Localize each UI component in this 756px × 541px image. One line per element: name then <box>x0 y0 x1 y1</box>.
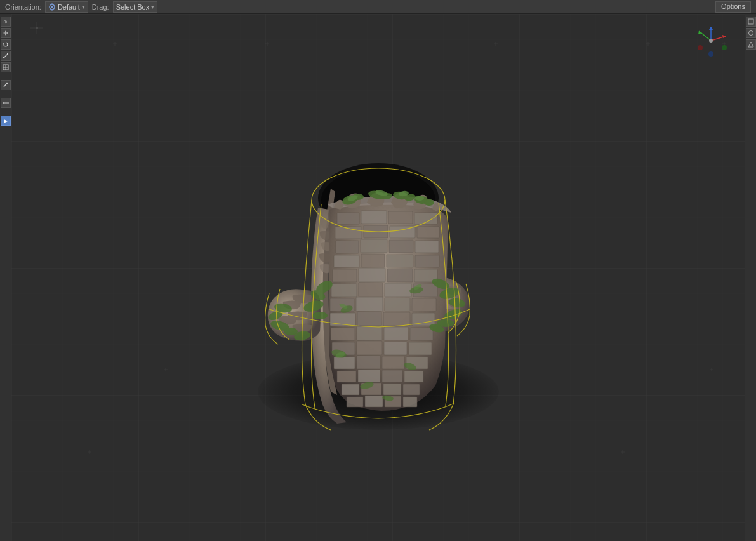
svg-rect-88 <box>404 371 423 382</box>
svg-point-108 <box>415 196 424 201</box>
svg-rect-57 <box>333 269 357 282</box>
orientation-dropdown[interactable]: Default <box>45 1 88 13</box>
svg-rect-50 <box>361 239 387 253</box>
svg-rect-6 <box>7 53 8 55</box>
drag-label: Drag: <box>92 3 109 11</box>
svg-rect-91 <box>383 384 401 395</box>
scale-tool-button[interactable] <box>1 51 11 61</box>
svg-rect-63 <box>385 283 411 297</box>
svg-marker-135 <box>722 35 726 38</box>
svg-marker-139 <box>709 27 713 30</box>
orientation-value: Default <box>58 3 80 11</box>
svg-rect-73 <box>331 328 355 340</box>
measure-tool-button[interactable] <box>1 98 11 108</box>
svg-rect-81 <box>334 357 355 369</box>
svg-rect-66 <box>356 297 383 311</box>
svg-rect-76 <box>410 328 433 340</box>
svg-rect-80 <box>409 342 432 355</box>
svg-point-12 <box>6 83 7 84</box>
svg-rect-48 <box>417 227 439 238</box>
svg-marker-4 <box>3 43 4 44</box>
svg-rect-70 <box>357 312 381 326</box>
active-tool-button[interactable]: ▶ <box>1 116 11 126</box>
svg-rect-75 <box>384 327 408 340</box>
svg-rect-93 <box>347 397 363 407</box>
svg-rect-55 <box>387 255 413 267</box>
svg-rect-85 <box>337 371 356 382</box>
view-option-2-button[interactable] <box>746 28 756 38</box>
svg-rect-78 <box>357 341 382 355</box>
svg-rect-82 <box>357 356 380 369</box>
svg-rect-49 <box>336 241 359 253</box>
svg-rect-96 <box>403 397 417 407</box>
transform-tool-button[interactable] <box>1 62 11 72</box>
orientation-icon <box>48 3 56 11</box>
svg-rect-16 <box>748 19 753 24</box>
svg-rect-7 <box>3 57 4 58</box>
svg-rect-51 <box>389 240 413 253</box>
svg-point-17 <box>748 31 753 36</box>
svg-rect-92 <box>403 384 420 395</box>
select-box-value: Select Box <box>116 3 150 11</box>
right-sidebar <box>745 14 756 541</box>
svg-rect-53 <box>334 255 359 267</box>
svg-rect-62 <box>359 283 383 297</box>
view-option-3-button[interactable] <box>746 39 756 50</box>
svg-marker-18 <box>748 42 753 47</box>
svg-rect-74 <box>357 326 382 340</box>
move-tool-button[interactable] <box>1 28 11 38</box>
3d-object-container <box>201 74 556 455</box>
annotate-tool-button[interactable] <box>1 80 11 90</box>
svg-rect-89 <box>342 384 359 395</box>
svg-point-112 <box>312 312 328 319</box>
svg-rect-54 <box>361 254 385 267</box>
svg-rect-83 <box>382 356 404 369</box>
stone-tower-object <box>220 106 537 436</box>
svg-rect-59 <box>387 269 413 282</box>
svg-rect-42 <box>361 211 387 224</box>
top-toolbar: Orientation: Default Drag: Select Box Op… <box>0 0 756 14</box>
left-sidebar: ⊕ <box>0 14 11 541</box>
svg-point-142 <box>722 45 727 50</box>
svg-point-1 <box>51 6 53 8</box>
svg-rect-67 <box>385 298 410 311</box>
cursor-tool-button[interactable]: ⊕ <box>1 17 11 27</box>
svg-rect-86 <box>358 370 380 382</box>
orientation-label: Orientation: <box>5 3 41 11</box>
svg-rect-43 <box>388 211 413 224</box>
axis-indicator <box>694 23 729 58</box>
select-box-dropdown[interactable]: Select Box <box>113 1 158 13</box>
svg-rect-58 <box>359 268 385 282</box>
viewport-info <box>30 22 43 36</box>
svg-rect-87 <box>382 370 402 382</box>
options-button[interactable]: Options <box>715 1 751 13</box>
svg-point-146 <box>36 27 38 29</box>
svg-point-143 <box>708 51 713 57</box>
svg-rect-41 <box>337 213 359 224</box>
svg-point-140 <box>709 39 713 43</box>
svg-rect-52 <box>415 241 439 253</box>
rotate-tool-button[interactable] <box>1 39 11 50</box>
svg-point-141 <box>698 45 703 50</box>
svg-rect-79 <box>384 342 407 355</box>
svg-rect-56 <box>415 255 439 267</box>
svg-rect-94 <box>365 396 383 407</box>
svg-rect-68 <box>412 298 436 311</box>
viewport[interactable] <box>11 14 745 541</box>
svg-rect-71 <box>383 312 410 326</box>
view-option-1-button[interactable] <box>746 17 756 27</box>
svg-point-104 <box>424 199 434 206</box>
svg-rect-69 <box>330 313 355 326</box>
svg-rect-61 <box>331 284 357 297</box>
